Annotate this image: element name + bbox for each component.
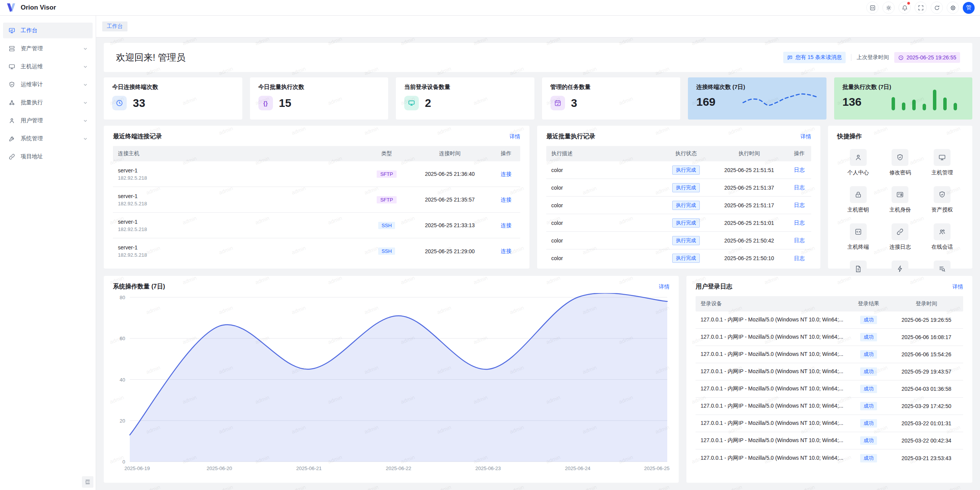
message-icon (787, 55, 793, 61)
audit-shield-icon (8, 81, 15, 88)
log-link[interactable]: 日志 (794, 255, 805, 261)
exec-detail-link[interactable]: 详情 (800, 133, 811, 140)
sidebar: 工作台 资产管理 主机运维 运维审计 批量执行 用户管理 系统管理 项目地址 (0, 16, 96, 490)
panel-title: 系统操作数量 (7日) (113, 283, 165, 291)
main-content: 欢迎回来! 管理员 您有 15 条未读消息 上次登录时间 2025-06-25 … (96, 38, 980, 490)
type-badge: SSH (378, 222, 395, 229)
connect-link[interactable]: 连接 (501, 248, 511, 254)
bolt-icon (892, 261, 908, 277)
sidebar-item-project-url[interactable]: 项目地址 (3, 149, 93, 164)
sun-icon (885, 5, 892, 11)
quick-op-host-manage[interactable]: 主机管理 (921, 149, 963, 176)
table-row: 127.0.0.1 - 内网IP - Mozilla/5.0 (Windows … (696, 346, 963, 363)
device-icon (404, 96, 419, 110)
sidebar-item-label: 运维审计 (21, 81, 83, 88)
last-login-time-badge: 2025-06-25 19:26:55 (894, 52, 960, 63)
log-link[interactable]: 日志 (794, 167, 805, 173)
login-log-table: 登录设备 登录结果 登录时间 127.0.0.1 - 内网IP - Mozill… (696, 296, 963, 467)
login-result-badge: 成功 (860, 350, 877, 359)
quick-op-asset-grant[interactable]: 资产授权 (921, 186, 963, 213)
topbar: Orion Visor 管 (0, 0, 980, 16)
stat-card-exec-7d: 批量执行次数 (7日) 136 (834, 77, 973, 120)
table-row: color 执行完成 2025-06-25 21:50:10 日志 (546, 249, 811, 267)
table-row: server-1182.92.5.218 SSH 2025-06-25 21:2… (113, 238, 520, 264)
stat-card-terminal-today: 今日连接终端次数 33 (104, 77, 242, 120)
shield-check-icon (934, 186, 951, 203)
refresh-button[interactable] (931, 2, 943, 14)
status-badge: 执行完成 (672, 183, 700, 192)
fullscreen-button[interactable] (915, 2, 927, 14)
quick-op-online-sessions[interactable]: 在线会话 (921, 223, 963, 251)
panels-row: 最近终端连接记录 详情 连接主机 类型 连接时间 操作 server-1182.… (104, 126, 972, 269)
sidebar-collapse-button[interactable] (82, 476, 93, 488)
history-icon (112, 96, 127, 110)
connect-link[interactable]: 连接 (501, 171, 511, 177)
lock-icon (850, 186, 867, 203)
chevron-down-icon (83, 64, 88, 69)
table-row: color 执行完成 2025-06-25 21:51:17 日志 (546, 197, 811, 214)
assets-icon (8, 45, 15, 52)
log-link[interactable]: 日志 (794, 202, 805, 208)
sidebar-item-audit[interactable]: 运维审计 (3, 77, 93, 92)
sidebar-item-batch-exec[interactable]: 批量执行 (3, 95, 93, 110)
sidebar-item-assets[interactable]: 资产管理 (3, 41, 93, 56)
welcome-meta: 您有 15 条未读消息 上次登录时间 2025-06-25 19:26:55 (783, 52, 960, 63)
svg-text:40: 40 (120, 377, 125, 383)
login-result-badge: 成功 (860, 385, 877, 393)
bell-icon (902, 5, 908, 11)
stat-value: 2 (425, 97, 431, 110)
log-link[interactable]: 日志 (794, 184, 805, 190)
settings-button[interactable] (947, 2, 959, 14)
quick-op-change-password[interactable]: 修改密码 (879, 149, 921, 176)
table-row: server-1182.92.5.218 SFTP 2025-06-25 21:… (113, 187, 520, 213)
quick-op-connect-log[interactable]: 连接日志 (879, 223, 921, 251)
login-result-badge: 成功 (860, 436, 877, 445)
table-row: 127.0.0.1 - 内网IP - Mozilla/5.0 (Windows … (696, 432, 963, 449)
ops-chart-detail-link[interactable]: 详情 (659, 284, 670, 290)
type-badge: SFTP (377, 170, 396, 178)
stat-value: 33 (133, 97, 145, 110)
log-link[interactable]: 日志 (794, 237, 805, 243)
status-badge: 执行完成 (672, 254, 700, 263)
notifications-button[interactable] (898, 2, 911, 14)
fullscreen-icon (918, 5, 924, 11)
table-row: server-1182.92.5.218 SSH 2025-06-25 21:3… (113, 213, 520, 238)
quick-op-host-terminal[interactable]: 主机终端 (837, 223, 879, 251)
quick-op-profile[interactable]: 个人中心 (837, 149, 879, 176)
sidebar-item-users[interactable]: 用户管理 (3, 113, 93, 128)
topbar-actions: 管 (866, 2, 975, 14)
table-row: 127.0.0.1 - 内网IP - Mozilla/5.0 (Windows … (696, 329, 963, 346)
log-link[interactable]: 日志 (794, 220, 805, 226)
monitor-icon (934, 149, 951, 166)
code-button[interactable] (866, 2, 879, 14)
svg-text:2025-06-24: 2025-06-24 (565, 465, 591, 471)
panel-title: 快捷操作 (837, 133, 862, 141)
terminal-detail-link[interactable]: 详情 (510, 133, 520, 140)
connect-link[interactable]: 连接 (501, 197, 511, 203)
quick-op-host-key[interactable]: 主机密钥 (837, 186, 879, 213)
sidebar-item-workbench[interactable]: 工作台 (3, 23, 93, 38)
svg-text:20: 20 (120, 418, 125, 424)
sidebar-item-host-ops[interactable]: 主机运维 (3, 59, 93, 74)
chevron-down-icon (83, 82, 88, 87)
table-row: color 执行完成 2025-06-25 21:51:01 日志 (546, 214, 811, 232)
connect-link[interactable]: 连接 (501, 222, 511, 228)
chevron-down-icon (83, 136, 88, 141)
theme-button[interactable] (882, 2, 895, 14)
sidebar-item-system[interactable]: 系统管理 (3, 131, 93, 146)
unread-messages-badge[interactable]: 您有 15 条未读消息 (783, 52, 846, 63)
table-row: 127.0.0.1 - 内网IP - Mozilla/5.0 (Windows … (696, 398, 963, 415)
shield-check-icon (892, 149, 908, 166)
svg-text:2025-06-21: 2025-06-21 (296, 465, 322, 471)
chevron-down-icon (83, 46, 88, 51)
quick-op-host-identity[interactable]: 主机身份 (879, 186, 921, 213)
braces-icon: {} (258, 96, 273, 110)
stat-card-login-devices: 当前登录设备数量 2 (396, 77, 534, 120)
breadcrumb[interactable]: 工作台 (102, 21, 127, 31)
avatar[interactable]: 管 (963, 2, 975, 14)
table-header: 登录设备 登录结果 登录时间 (696, 296, 963, 311)
svg-text:60: 60 (120, 336, 125, 341)
login-log-detail-link[interactable]: 详情 (952, 284, 963, 290)
status-badge: 执行完成 (672, 218, 700, 228)
search-list-icon (934, 261, 951, 277)
